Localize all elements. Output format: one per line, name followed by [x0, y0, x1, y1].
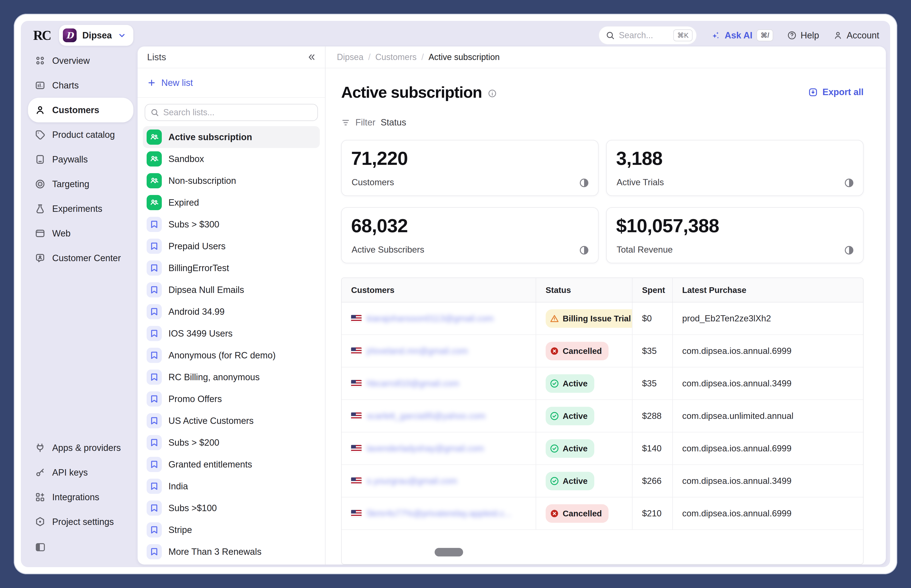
table-row[interactable]: scarlett_garcia95@yahoo.com Active $288 … — [342, 400, 863, 432]
contrast-toggle-icon[interactable] — [578, 245, 590, 256]
info-icon[interactable] — [488, 89, 497, 98]
status-badge: Active — [546, 472, 594, 490]
spent-value: $266 — [642, 476, 661, 486]
list-item[interactable]: Subs >$100 — [143, 497, 320, 519]
list-item[interactable]: US Active Customers — [143, 410, 320, 432]
sidebar-item-customers[interactable]: Customers — [28, 98, 133, 123]
sidebar-item-label: Customer Center — [52, 253, 121, 263]
list-item[interactable]: IOS 3499 Users — [143, 323, 320, 344]
check-circle-icon — [549, 378, 559, 389]
stat-value: 3,188 — [616, 147, 854, 170]
content-card: Lists New list Active subscripti — [137, 47, 886, 564]
customer-email[interactable]: kiarajohansson0113@gmail.com — [367, 313, 494, 323]
table-row[interactable]: hbcarroll10@gmail.com Active $35 com.dip… — [342, 367, 863, 400]
list-item-label: Sandbox — [168, 154, 204, 164]
app-body: Overview Charts Customers Product catalo… — [21, 47, 890, 567]
stat-value: $10,057,388 — [616, 215, 854, 237]
sidebar-item-project-settings[interactable]: Project settings — [28, 509, 133, 534]
account-button[interactable]: Account — [833, 31, 879, 40]
list-item[interactable]: Dipsea Null Emails — [143, 279, 320, 301]
lists-panel: Lists New list Active subscripti — [137, 47, 325, 564]
contrast-toggle-icon[interactable] — [844, 178, 854, 188]
list-item[interactable]: Prepaid Users — [143, 235, 320, 257]
project-switcher[interactable]: D Dipsea — [59, 25, 133, 46]
column-header-customers[interactable]: Customers — [342, 278, 536, 302]
list-item[interactable]: Subs > $200 — [143, 432, 320, 454]
check-circle-icon — [549, 476, 559, 486]
customer-email[interactable]: 5kmr4s77%@privaterelay.appleid.c... — [367, 509, 512, 519]
sidebar-item-paywalls[interactable]: Paywalls — [28, 147, 133, 172]
list-item[interactable]: Granted entitlements — [143, 454, 320, 475]
filter-label[interactable]: Filter — [355, 118, 375, 128]
sidebar-item-targeting[interactable]: Targeting — [28, 172, 133, 196]
bookmark-icon — [147, 370, 162, 385]
column-header-spent[interactable]: Spent — [632, 278, 672, 302]
sidebar-item-experiments[interactable]: Experiments — [28, 196, 133, 221]
list-item[interactable]: Promo Offers — [143, 388, 320, 410]
sidebar-item-web[interactable]: Web — [28, 221, 133, 246]
bookmark-icon — [147, 282, 162, 297]
table-row[interactable]: kiarajohansson0113@gmail.com Billing Iss… — [342, 302, 863, 335]
us-flag-icon — [351, 445, 362, 452]
collapse-lists-icon[interactable] — [307, 52, 317, 62]
list-item[interactable]: Non-subscription — [143, 170, 320, 192]
status-label: Billing Issue Trial — [563, 314, 631, 323]
bookmark-icon — [147, 326, 162, 341]
tag-icon — [35, 129, 45, 140]
search-input[interactable] — [619, 31, 669, 40]
export-all-button[interactable]: Export all — [808, 87, 864, 97]
contrast-toggle-icon[interactable] — [578, 178, 590, 188]
column-header-latest-purchase[interactable]: Latest Purchase — [672, 278, 863, 302]
collapse-sidebar-button[interactable] — [28, 536, 133, 558]
list-item[interactable]: Anonymous (for RC demo) — [143, 344, 320, 366]
sidebar-item-integrations[interactable]: Integrations — [28, 485, 133, 509]
list-item[interactable]: BillingErrorTest — [143, 257, 320, 279]
sidebar-item-label: Project settings — [52, 517, 114, 527]
list-item-label: Non-subscription — [168, 176, 236, 186]
list-item[interactable]: Sandbox — [143, 148, 320, 170]
contrast-toggle-icon[interactable] — [844, 245, 854, 256]
customer-email[interactable]: scarlett_garcia95@yahoo.com — [367, 411, 485, 421]
breadcrumb-section[interactable]: Customers — [375, 52, 417, 62]
list-item[interactable]: Android 34.99 — [143, 301, 320, 323]
customer-email[interactable]: jrloveland.mn@gmail.com — [367, 346, 468, 356]
table-row[interactable]: s.yourgrau@gmail.com Active $266 com.dip… — [342, 465, 863, 498]
sidebar-item-label: Product catalog — [52, 130, 115, 140]
list-item-label: BillingErrorTest — [168, 263, 229, 273]
list-item[interactable]: Expired — [143, 192, 320, 213]
sidebar-item-overview[interactable]: Overview — [28, 48, 133, 73]
sidebar-item-charts[interactable]: Charts — [28, 73, 133, 98]
us-flag-icon — [351, 510, 362, 517]
sidebar-item-api-keys[interactable]: API keys — [28, 460, 133, 485]
column-header-status[interactable]: Status — [536, 278, 632, 302]
latest-purchase-value: com.dipsea.ios.annual.3499 — [682, 378, 791, 389]
list-item[interactable]: RC Billing, anonymous — [143, 366, 320, 388]
table-row[interactable]: 5kmr4s77%@privaterelay.appleid.c... Canc… — [342, 498, 863, 530]
overview-icon — [35, 55, 45, 66]
list-item[interactable]: Active subscription — [143, 126, 320, 148]
sidebar-item-customer-center[interactable]: Customer Center — [28, 246, 133, 270]
lists-search[interactable] — [145, 104, 318, 121]
status-badge: Active — [546, 407, 594, 425]
customer-email[interactable]: lavenderladyshay@gmail.com — [367, 444, 484, 454]
list-item[interactable]: Stripe — [143, 519, 320, 541]
table-header: Customers Status Spent Latest Purchase — [342, 278, 863, 302]
customer-email[interactable]: hbcarroll10@gmail.com — [367, 378, 459, 389]
list-item[interactable]: Subs > $300 — [143, 213, 320, 235]
ask-ai-button[interactable]: Ask AI ⌘/ — [711, 29, 773, 41]
horizontal-scrollbar-thumb[interactable] — [435, 548, 463, 556]
lists-search-input[interactable] — [163, 107, 312, 118]
customer-email[interactable]: s.yourgrau@gmail.com — [367, 476, 457, 486]
table-row[interactable]: jrloveland.mn@gmail.com Cancelled $35 co… — [342, 335, 863, 367]
filter-value-status[interactable]: Status — [381, 118, 406, 128]
sidebar-item-apps-providers[interactable]: Apps & providers — [28, 436, 133, 460]
sidebar-item-product-catalog[interactable]: Product catalog — [28, 123, 133, 147]
table-row[interactable]: lavenderladyshay@gmail.com Active $140 c… — [342, 432, 863, 465]
global-search[interactable]: ⌘K — [599, 26, 697, 45]
revenuecat-logo[interactable]: RC — [33, 28, 50, 43]
list-item[interactable]: More Than 3 Renewals — [143, 541, 320, 563]
breadcrumb-project[interactable]: Dipsea — [337, 52, 363, 62]
help-button[interactable]: Help — [787, 31, 819, 40]
new-list-button[interactable]: New list — [137, 68, 325, 98]
list-item[interactable]: India — [143, 475, 320, 497]
